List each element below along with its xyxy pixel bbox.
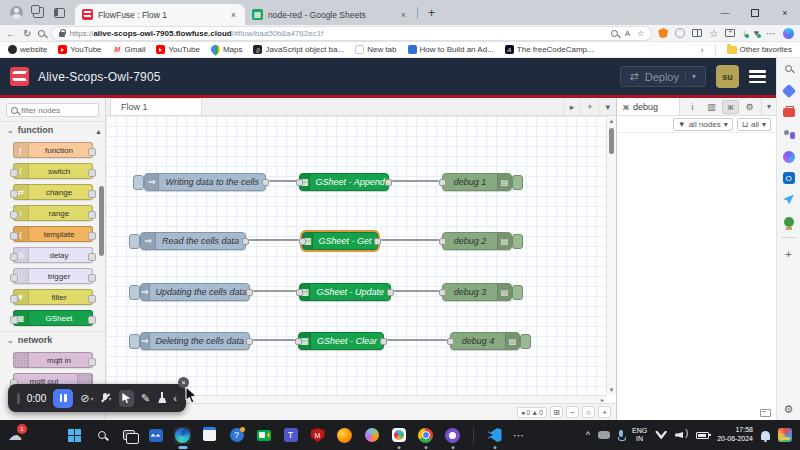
- debug-node[interactable]: debug 3 ▤: [442, 283, 512, 301]
- debug-node[interactable]: debug 2 ▤: [442, 232, 512, 250]
- palette-scrollbar[interactable]: [99, 186, 104, 256]
- add-sidebar-icon[interactable]: +: [782, 247, 795, 260]
- inject-node[interactable]: ⇒ Updating the cells data: [140, 283, 250, 301]
- metamask-icon[interactable]: [658, 28, 668, 38]
- collections-icon[interactable]: [725, 29, 735, 37]
- flow-list-icon[interactable]: ▾: [598, 98, 616, 115]
- sidebar-menu-icon[interactable]: ▾: [761, 98, 776, 115]
- pause-button[interactable]: [53, 389, 73, 408]
- slack-icon[interactable]: [390, 427, 407, 444]
- copilot-icon[interactable]: [783, 28, 794, 39]
- inject-button[interactable]: [129, 285, 140, 300]
- palette-node-gsheet[interactable]: ▦GSheet: [13, 310, 93, 326]
- console-toggle-icon[interactable]: [760, 409, 771, 417]
- battery-icon[interactable]: [696, 432, 709, 439]
- palette-node-switch[interactable]: ⟨switch: [13, 163, 93, 179]
- palette-section-network[interactable]: ⌄ network: [0, 331, 105, 348]
- input-port[interactable]: [296, 289, 303, 296]
- gsheet-update-node[interactable]: ▦ GSheet - Update: [299, 283, 391, 301]
- debug-node[interactable]: debug 1 ▤: [442, 173, 512, 191]
- read-aloud-icon[interactable]: A: [625, 29, 630, 38]
- tab-scroll-right-icon[interactable]: ▸: [563, 98, 581, 115]
- input-port[interactable]: [295, 338, 302, 345]
- tools-icon[interactable]: [782, 106, 795, 119]
- designer-icon[interactable]: [782, 150, 795, 163]
- tray-mic-icon[interactable]: [618, 430, 624, 441]
- mcafee-icon[interactable]: M: [309, 427, 326, 444]
- edge-taskbar-icon[interactable]: [174, 427, 191, 444]
- filter-nodes-input[interactable]: [21, 106, 91, 115]
- back-icon[interactable]: ←: [6, 28, 16, 39]
- debug-node[interactable]: debug 4 ▤: [450, 332, 520, 350]
- profile-icon[interactable]: [10, 6, 23, 19]
- mic-off-button[interactable]: ▾: [101, 393, 112, 404]
- clock[interactable]: 17:5820-06-2024: [717, 426, 753, 444]
- palette-node-range[interactable]: ↕range: [13, 205, 93, 221]
- input-port[interactable]: [447, 338, 454, 345]
- sidebar-settings-icon[interactable]: ⚙: [782, 403, 795, 416]
- palette-node-change[interactable]: ⇄change: [13, 184, 93, 200]
- outlook-icon[interactable]: O: [783, 172, 795, 184]
- debug-toggle-button[interactable]: [520, 334, 531, 349]
- main-menu-icon[interactable]: [749, 70, 766, 83]
- zoom-search-icon[interactable]: [611, 30, 618, 37]
- notifications-bell-icon[interactable]: [761, 431, 770, 440]
- eraser-tool-button[interactable]: [157, 392, 166, 404]
- games-icon[interactable]: [782, 215, 795, 228]
- downloads-icon[interactable]: ↓: [742, 28, 747, 38]
- bookmark-js[interactable]: {}JavaScript object ba...: [253, 45, 344, 54]
- flow-tab[interactable]: Flow 1: [110, 98, 202, 115]
- output-port[interactable]: [246, 289, 253, 296]
- debug-toggle-button[interactable]: [512, 234, 523, 249]
- inject-button[interactable]: [129, 234, 140, 249]
- gsheet-get-node-selected[interactable]: ▦ GSheet - Get: [302, 232, 378, 250]
- vscode-icon[interactable]: [486, 427, 503, 444]
- input-port[interactable]: [299, 238, 306, 245]
- shopping-icon[interactable]: [782, 84, 795, 97]
- output-port[interactable]: [380, 338, 387, 345]
- google-meet-icon[interactable]: [255, 427, 272, 444]
- input-port[interactable]: [296, 179, 303, 186]
- gsheet-clear-node[interactable]: ▦ GSheet - Clear: [298, 332, 384, 350]
- task-view-icon[interactable]: [120, 427, 137, 444]
- split-screen-icon[interactable]: [692, 29, 702, 37]
- favorite-star-icon[interactable]: ☆: [637, 29, 644, 38]
- tab-sheets[interactable]: ▦ node-red - Google Sheets ×: [245, 4, 415, 25]
- bookmark-fcc[interactable]: AThe freeCodeCamp...: [505, 45, 594, 54]
- deploy-button[interactable]: ⇄ Deploy ▾: [620, 66, 706, 87]
- palette-node-function[interactable]: ƒfunction: [13, 142, 93, 158]
- language-indicator[interactable]: ENGIN: [632, 427, 647, 444]
- input-port[interactable]: [439, 179, 446, 186]
- camera-off-button[interactable]: ⊘▾: [80, 392, 93, 405]
- taskbar-overflow-icon[interactable]: ⋯: [513, 429, 525, 442]
- palette-node-template[interactable]: {template: [13, 226, 93, 242]
- pen-tool-button[interactable]: ✎: [141, 392, 150, 405]
- teams-icon[interactable]: T: [282, 427, 299, 444]
- bookmark-gmail[interactable]: MGmail: [113, 45, 146, 54]
- palette-node-filter[interactable]: ▼filter: [13, 289, 93, 305]
- status-counts[interactable]: ● 0 ▲ 0: [517, 407, 547, 418]
- browser-essentials-icon[interactable]: ♥: [754, 28, 759, 38]
- bookmark-youtube[interactable]: YouTube: [58, 45, 101, 54]
- close-tab-icon[interactable]: ×: [399, 10, 408, 20]
- bookmark-newtab[interactable]: New tab: [355, 45, 396, 54]
- deploy-caret-icon[interactable]: ▾: [685, 72, 696, 81]
- tray-expand-icon[interactable]: ^: [586, 430, 590, 440]
- tab-actions-icon[interactable]: [54, 8, 65, 18]
- tray-device-icon[interactable]: [598, 431, 610, 439]
- palette-scroll-up-icon[interactable]: ▲: [95, 128, 102, 135]
- volume-icon[interactable]: [675, 430, 688, 440]
- input-port[interactable]: [439, 238, 446, 245]
- scrollbar-thumb[interactable]: [609, 128, 614, 154]
- palette-node-trigger[interactable]: ∟trigger: [13, 268, 93, 284]
- output-port[interactable]: [374, 238, 381, 245]
- input-port[interactable]: [439, 289, 446, 296]
- output-port[interactable]: [242, 238, 249, 245]
- debug-toggle-button[interactable]: [512, 175, 523, 190]
- scroll-right-icon[interactable]: ▸: [601, 396, 604, 403]
- debug-tab[interactable]: ж debug: [617, 98, 680, 115]
- inject-button[interactable]: [133, 175, 144, 190]
- microsoft-store-icon[interactable]: [201, 427, 218, 444]
- bookmark-howto[interactable]: How to Build an Ad...: [408, 45, 494, 54]
- bookmarks-overflow-icon[interactable]: ›: [701, 45, 704, 55]
